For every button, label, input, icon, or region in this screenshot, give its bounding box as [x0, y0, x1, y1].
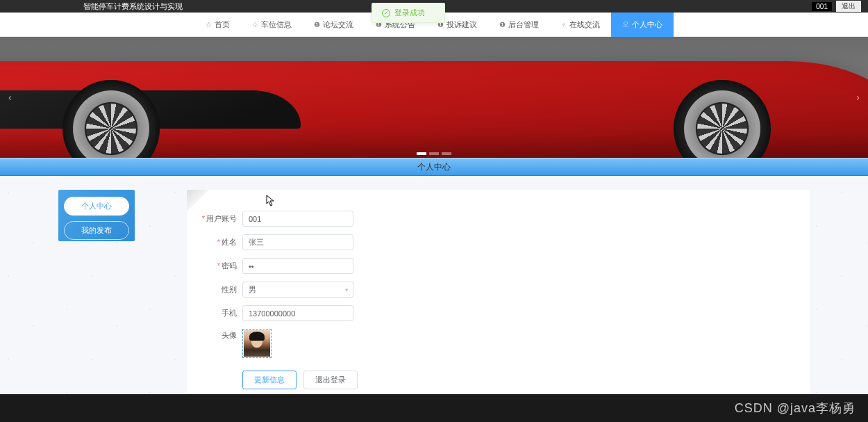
select-gender[interactable] [242, 282, 353, 298]
current-user: 001 [812, 2, 832, 11]
logout-session-button[interactable]: 退出登录 [303, 371, 358, 389]
hero-carousel: ‹ › [0, 37, 868, 158]
row-avatar: 头像 [201, 329, 796, 358]
layout: 个人中心 我的发布 *用户账号 *姓名 *密码 性别 ▾ [58, 190, 810, 403]
sidebar-item-profile[interactable]: 个人中心 [64, 197, 129, 216]
section-title: 个人中心 [417, 161, 451, 173]
row-gender: 性别 ▾ [201, 282, 796, 298]
carousel-prev[interactable]: ‹ [3, 86, 17, 108]
carousel-dot-1[interactable] [417, 152, 426, 155]
nav-label: 首页 [215, 19, 230, 30]
input-account[interactable] [242, 211, 353, 227]
carousel-dot-2[interactable] [429, 152, 439, 155]
watermark: CSDN @java李杨勇 [735, 400, 856, 416]
label-phone: 手机 [201, 308, 242, 318]
info-icon: ❶ [499, 21, 506, 29]
avatar-image [244, 330, 270, 357]
sidebar: 个人中心 我的发布 [58, 190, 135, 241]
row-account: *用户账号 [201, 211, 796, 227]
update-button[interactable]: 更新信息 [242, 371, 297, 389]
avatar-upload[interactable] [242, 329, 272, 358]
nav-label: 在线交流 [569, 19, 600, 30]
topbar-right: 001 退出 [812, 1, 861, 12]
input-name[interactable] [242, 234, 353, 250]
label-password: *密码 [201, 261, 242, 271]
input-phone[interactable] [242, 305, 353, 321]
section-header: 个人中心 [0, 158, 868, 176]
label-account: *用户账号 [201, 213, 242, 224]
label-avatar: 头像 [201, 329, 242, 341]
select-gender-wrap: ▾ [242, 282, 353, 298]
chat-icon: ♀ [561, 21, 567, 29]
nav-admin[interactable]: ❶后台管理 [488, 13, 550, 37]
carousel-dots [417, 152, 451, 155]
row-password: *密码 [201, 258, 796, 274]
panel-corner-fold [187, 190, 209, 212]
sidebar-item-posts[interactable]: 我的发布 [64, 221, 129, 240]
carousel-dot-3[interactable] [442, 152, 451, 155]
app-title: 智能停车计费系统设计与实现 [83, 1, 183, 12]
input-password[interactable] [242, 258, 353, 274]
nav-parking[interactable]: ♤车位信息 [241, 13, 303, 37]
toast-success: ✓ 登录成功 [372, 3, 445, 23]
user-icon: 오 [622, 19, 629, 29]
nav-forum[interactable]: ❶论坛交流 [303, 13, 365, 37]
toast-text: 登录成功 [394, 8, 425, 18]
info-icon: ❶ [314, 21, 320, 29]
button-row: 更新信息 退出登录 [242, 371, 796, 389]
star-icon: ☆ [206, 21, 212, 29]
row-name: *姓名 [201, 234, 796, 250]
label-name: *姓名 [201, 237, 242, 247]
content-area: 个人中心 我的发布 *用户账号 *姓名 *密码 性别 ▾ [0, 176, 868, 403]
form-panel: *用户账号 *姓名 *密码 性别 ▾ 手机 [187, 190, 810, 403]
nav-label: 个人中心 [632, 19, 662, 30]
nav-label: 投诉建议 [446, 19, 477, 30]
nav-chat[interactable]: ♀在线交流 [550, 13, 611, 37]
nav-label: 论坛交流 [323, 19, 353, 30]
logout-button[interactable]: 退出 [836, 1, 861, 12]
nav-home[interactable]: ☆首页 [194, 13, 241, 37]
check-icon: ✓ [382, 9, 390, 17]
nav-label: 后台管理 [508, 19, 539, 30]
carousel-next[interactable]: › [851, 86, 865, 108]
row-phone: 手机 [201, 305, 796, 321]
spade-icon: ♤ [252, 21, 258, 29]
label-gender: 性别 [201, 284, 242, 295]
nav-profile[interactable]: 오个人中心 [611, 13, 674, 37]
nav-label: 车位信息 [261, 19, 292, 30]
